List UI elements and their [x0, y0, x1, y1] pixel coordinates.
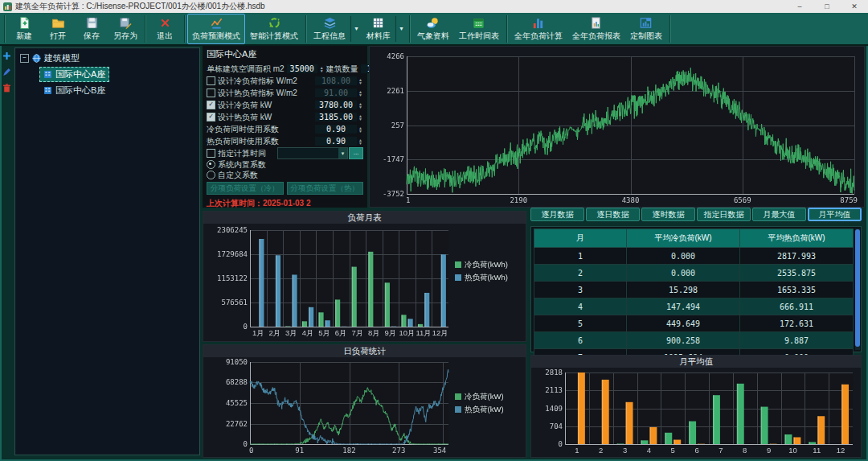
table-cell: 6	[534, 332, 627, 349]
design-load-checkbox[interactable]: ✓	[207, 101, 215, 109]
sub-load-settings-button[interactable]: 分项负荷设置（热）	[287, 182, 364, 195]
area-input[interactable]: 35000	[287, 64, 317, 73]
table-cell: 666.911	[740, 298, 854, 315]
tree-collapse-toggle[interactable]: −	[20, 54, 29, 63]
form-value-input[interactable]: 0.90	[315, 137, 357, 146]
design-load-checkbox[interactable]: ✓	[207, 113, 215, 121]
toolbar-separator	[184, 15, 185, 43]
toolbar-button-label: 定制图表	[630, 31, 662, 42]
table-header: 月	[534, 229, 627, 248]
form-value-input[interactable]: 3185.00	[315, 113, 357, 121]
tree-item-国际中心A座[interactable]: 国际中心A座	[39, 67, 109, 82]
daily-chart-title: 日负荷统计	[203, 345, 526, 357]
tab-月平均值[interactable]: 月平均值	[808, 208, 862, 221]
tree-item-label: 国际中心A座	[55, 68, 105, 80]
toolbar-button-annual-calc[interactable]: 全年负荷计算	[510, 14, 567, 44]
form-value-input[interactable]: 108.00	[315, 76, 357, 85]
toolbar-button-save[interactable]: 保存	[75, 14, 108, 44]
value-spinner[interactable]: ▲▼	[358, 90, 363, 97]
toolbar-separator	[409, 15, 410, 43]
toolbar-separator	[4, 15, 5, 43]
table-row[interactable]: 10.0002817.993	[534, 248, 854, 265]
calc-time-select[interactable]: ▼	[277, 147, 348, 159]
maximize-button[interactable]: □	[813, 0, 841, 13]
building-icon	[43, 86, 52, 95]
form-title: 国际中心A座	[205, 47, 365, 63]
model-tool-strip	[0, 47, 14, 461]
toolbar-button-work-schedule[interactable]: 工作时间表	[454, 14, 504, 44]
tree-item-国际中心B座[interactable]: 国际中心B座	[39, 83, 109, 98]
form-row: 设计热负荷指标 W/m291.00▲▼	[205, 87, 365, 99]
table-header: 平均冷负荷(kW)	[627, 229, 740, 248]
forecast-mode-icon	[210, 16, 223, 30]
radio-label: 系统内置系数	[218, 159, 266, 171]
value-spinner[interactable]: ▲▼	[358, 126, 363, 133]
tab-月最大值[interactable]: 月最大值	[752, 208, 806, 221]
minimize-button[interactable]: –	[786, 0, 813, 13]
design-load-checkbox[interactable]	[207, 76, 215, 85]
add-model-button[interactable]	[2, 51, 12, 61]
save-icon	[85, 16, 99, 30]
data-tabs: 逐月数据逐日数据逐时数据指定日数据月最大值月平均值	[530, 208, 862, 223]
design-load-checkbox[interactable]	[207, 88, 215, 97]
toolbar-button-exit[interactable]: 退出	[148, 14, 182, 44]
tab-逐时数据[interactable]: 逐时数据	[641, 208, 695, 221]
tab-逐日数据[interactable]: 逐日数据	[586, 208, 640, 221]
table-row[interactable]: 4147.494666.911	[534, 298, 854, 315]
toolbar-button-save-as[interactable]: 另存为	[108, 14, 142, 44]
chevron-down-icon[interactable]: ▼	[350, 16, 362, 42]
value-spinner[interactable]: ▲▼	[358, 114, 363, 121]
table-row[interactable]: 6900.2589.887	[534, 332, 854, 349]
monthly-average-chart-panel: 月平均值	[530, 355, 862, 458]
form-value-input[interactable]: 3780.00	[315, 101, 357, 109]
table-header-row: 月平均冷负荷(kW)平均热负荷(kW)	[534, 229, 854, 248]
table-cell: 4	[534, 298, 627, 315]
toolbar-button-forecast-mode[interactable]: 负荷预测模式	[187, 14, 245, 44]
toolbar-button-material-library[interactable]: 材料库	[362, 14, 395, 44]
form-value-input[interactable]: 0.90	[315, 125, 357, 134]
table-scrollbar[interactable]	[855, 228, 860, 350]
toolbar-button-smart-mode[interactable]: 智能计算模式	[245, 14, 303, 44]
specify-time-label: 指定计算时间	[218, 148, 266, 159]
toolbar-button-label: 退出	[157, 31, 173, 42]
area-spinner[interactable]: ▲▼	[320, 66, 324, 72]
toolbar-button-label: 新建	[16, 31, 32, 42]
toolbar-button-annual-report[interactable]: 全年负荷报表	[567, 14, 625, 44]
table-cell: 147.494	[627, 298, 740, 315]
toolbar-button-label: 气象资料	[417, 31, 449, 42]
chevron-down-icon[interactable]: ▼	[338, 148, 347, 158]
toolbar-button-custom-chart[interactable]: 定制图表	[625, 14, 667, 44]
delete-model-button[interactable]	[2, 83, 12, 93]
table-row[interactable]: 5449.649172.631	[534, 315, 854, 332]
building-form-panel: 国际中心A座 单栋建筑空调面积 m2 35000 ▲▼ 建筑数量 1 ▲▼ 设计…	[203, 46, 367, 208]
tree-root-building-model[interactable]: − 建筑模型	[15, 51, 199, 66]
table-row[interactable]: 315.2981653.335	[534, 282, 854, 298]
table-scrollbar-thumb[interactable]	[855, 229, 860, 347]
tab-逐月数据[interactable]: 逐月数据	[530, 208, 584, 221]
sub-load-settings-button[interactable]: 分项负荷设置（冷）	[207, 182, 284, 195]
form-label: 设计冷负荷 kW	[218, 100, 272, 111]
form-label: 冷负荷同时使用系数	[207, 124, 279, 135]
toolbar-button-open-folder[interactable]: 打开	[41, 14, 75, 44]
specify-time-checkbox[interactable]	[207, 149, 215, 158]
model-tree-panel: − 建筑模型 国际中心A座国际中心B座	[14, 47, 200, 455]
form-value-input[interactable]: 91.00	[315, 88, 357, 97]
toolbar-button-new-file[interactable]: 新建	[7, 14, 41, 44]
coefficient-radio[interactable]	[207, 160, 215, 169]
value-spinner[interactable]: ▲▼	[358, 102, 363, 109]
coefficient-radio[interactable]	[207, 171, 215, 179]
close-button[interactable]: ✕	[841, 0, 868, 13]
tab-指定日数据[interactable]: 指定日数据	[697, 208, 751, 221]
chevron-down-icon[interactable]: ▼	[395, 16, 407, 42]
toolbar-button-weather[interactable]: 气象资料	[412, 14, 454, 44]
toolbar-button-label: 打开	[50, 31, 66, 42]
annual-calc-icon	[531, 16, 545, 30]
toolbar-button-project-info[interactable]: 工程信息	[309, 14, 350, 44]
toolbar-button-label: 材料库	[366, 31, 391, 42]
edit-model-button[interactable]	[2, 67, 12, 77]
value-spinner[interactable]: ▲▼	[358, 138, 363, 145]
value-spinner[interactable]: ▲▼	[358, 78, 363, 84]
table-cell: 900.258	[627, 332, 740, 349]
browse-time-button[interactable]: ...	[349, 147, 363, 159]
table-row[interactable]: 20.0002535.875	[534, 265, 854, 282]
